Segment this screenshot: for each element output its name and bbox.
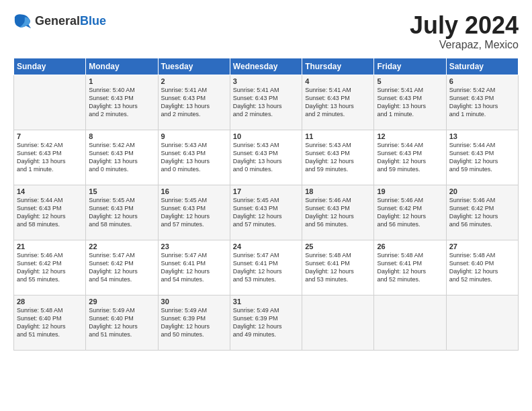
header: GeneralBlue July 2024 Verapaz, Mexico <box>13 12 519 51</box>
day-number: 2 <box>161 77 227 85</box>
calendar-cell: 10Sunrise: 5:43 AM Sunset: 6:43 PM Dayli… <box>230 130 302 185</box>
logo-blue: Blue <box>80 15 106 28</box>
calendar-cell: 17Sunrise: 5:45 AM Sunset: 6:43 PM Dayli… <box>230 185 302 240</box>
calendar-cell: 20Sunrise: 5:46 AM Sunset: 6:42 PM Dayli… <box>446 185 518 240</box>
day-number: 24 <box>233 242 299 250</box>
cell-info: Sunrise: 5:41 AM Sunset: 6:43 PM Dayligh… <box>305 86 371 119</box>
day-number: 31 <box>233 298 299 306</box>
calendar-cell: 23Sunrise: 5:47 AM Sunset: 6:41 PM Dayli… <box>158 240 230 295</box>
cell-info: Sunrise: 5:46 AM Sunset: 6:43 PM Dayligh… <box>305 196 371 229</box>
day-number: 7 <box>17 132 83 140</box>
logo-text: GeneralBlue <box>35 15 106 28</box>
cell-info: Sunrise: 5:47 AM Sunset: 6:41 PM Dayligh… <box>161 251 227 284</box>
calendar-week-1: 1Sunrise: 5:40 AM Sunset: 6:43 PM Daylig… <box>14 75 519 130</box>
calendar-cell: 24Sunrise: 5:47 AM Sunset: 6:41 PM Dayli… <box>230 240 302 295</box>
calendar-cell: 18Sunrise: 5:46 AM Sunset: 6:43 PM Dayli… <box>302 185 374 240</box>
cell-info: Sunrise: 5:42 AM Sunset: 6:43 PM Dayligh… <box>449 86 515 119</box>
cell-info: Sunrise: 5:40 AM Sunset: 6:43 PM Dayligh… <box>89 86 154 119</box>
cell-info: Sunrise: 5:46 AM Sunset: 6:42 PM Dayligh… <box>449 196 515 229</box>
page: GeneralBlue July 2024 Verapaz, Mexico Su… <box>0 0 532 411</box>
day-number: 26 <box>377 242 443 250</box>
cell-info: Sunrise: 5:42 AM Sunset: 6:43 PM Dayligh… <box>89 141 154 174</box>
calendar-cell: 26Sunrise: 5:48 AM Sunset: 6:41 PM Dayli… <box>374 240 446 295</box>
calendar-cell: 31Sunrise: 5:49 AM Sunset: 6:39 PM Dayli… <box>230 295 302 350</box>
calendar-cell: 15Sunrise: 5:45 AM Sunset: 6:43 PM Dayli… <box>86 185 158 240</box>
title-block: July 2024 Verapaz, Mexico <box>410 12 519 51</box>
calendar-cell: 11Sunrise: 5:43 AM Sunset: 6:43 PM Dayli… <box>302 130 374 185</box>
cell-info: Sunrise: 5:49 AM Sunset: 6:39 PM Dayligh… <box>161 306 227 339</box>
logo: GeneralBlue <box>13 12 106 31</box>
cell-info: Sunrise: 5:45 AM Sunset: 6:43 PM Dayligh… <box>89 196 154 229</box>
cell-info: Sunrise: 5:41 AM Sunset: 6:43 PM Dayligh… <box>377 86 443 119</box>
cell-info: Sunrise: 5:49 AM Sunset: 6:39 PM Dayligh… <box>233 306 299 339</box>
calendar-cell: 14Sunrise: 5:44 AM Sunset: 6:43 PM Dayli… <box>14 185 86 240</box>
day-number: 3 <box>233 77 299 85</box>
header-monday: Monday <box>86 58 158 75</box>
cell-info: Sunrise: 5:49 AM Sunset: 6:40 PM Dayligh… <box>89 306 154 339</box>
day-number: 13 <box>449 132 515 140</box>
calendar-cell: 6Sunrise: 5:42 AM Sunset: 6:43 PM Daylig… <box>446 75 518 130</box>
cell-info: Sunrise: 5:45 AM Sunset: 6:43 PM Dayligh… <box>233 196 299 229</box>
cell-info: Sunrise: 5:45 AM Sunset: 6:43 PM Dayligh… <box>161 196 227 229</box>
cell-info: Sunrise: 5:46 AM Sunset: 6:42 PM Dayligh… <box>377 196 443 229</box>
day-number: 21 <box>17 242 83 250</box>
cell-info: Sunrise: 5:48 AM Sunset: 6:41 PM Dayligh… <box>305 251 371 284</box>
day-number: 19 <box>377 187 443 195</box>
calendar-cell: 28Sunrise: 5:48 AM Sunset: 6:40 PM Dayli… <box>14 295 86 350</box>
cell-info: Sunrise: 5:44 AM Sunset: 6:43 PM Dayligh… <box>449 141 515 174</box>
cell-info: Sunrise: 5:43 AM Sunset: 6:43 PM Dayligh… <box>305 141 371 174</box>
logo-icon <box>13 12 32 31</box>
day-number: 29 <box>89 298 154 306</box>
calendar-cell: 19Sunrise: 5:46 AM Sunset: 6:42 PM Dayli… <box>374 185 446 240</box>
day-number: 18 <box>305 187 371 195</box>
calendar-table: Sunday Monday Tuesday Wednesday Thursday… <box>13 58 519 351</box>
calendar-week-2: 7Sunrise: 5:42 AM Sunset: 6:43 PM Daylig… <box>14 130 519 185</box>
day-number: 28 <box>17 298 83 306</box>
day-number: 1 <box>89 77 154 85</box>
cell-info: Sunrise: 5:47 AM Sunset: 6:41 PM Dayligh… <box>233 251 299 284</box>
cell-info: Sunrise: 5:48 AM Sunset: 6:41 PM Dayligh… <box>377 251 443 284</box>
calendar-cell: 1Sunrise: 5:40 AM Sunset: 6:43 PM Daylig… <box>86 75 158 130</box>
cell-info: Sunrise: 5:43 AM Sunset: 6:43 PM Dayligh… <box>161 141 227 174</box>
logo-general: General <box>35 15 80 28</box>
calendar-week-3: 14Sunrise: 5:44 AM Sunset: 6:43 PM Dayli… <box>14 185 519 240</box>
cell-info: Sunrise: 5:44 AM Sunset: 6:43 PM Dayligh… <box>17 196 83 229</box>
calendar-week-4: 21Sunrise: 5:46 AM Sunset: 6:42 PM Dayli… <box>14 240 519 295</box>
calendar-week-5: 28Sunrise: 5:48 AM Sunset: 6:40 PM Dayli… <box>14 295 519 350</box>
cell-info: Sunrise: 5:48 AM Sunset: 6:40 PM Dayligh… <box>17 306 83 339</box>
cell-info: Sunrise: 5:42 AM Sunset: 6:43 PM Dayligh… <box>17 141 83 174</box>
calendar-cell: 12Sunrise: 5:44 AM Sunset: 6:43 PM Dayli… <box>374 130 446 185</box>
day-number: 9 <box>161 132 227 140</box>
cell-info: Sunrise: 5:48 AM Sunset: 6:40 PM Dayligh… <box>449 251 515 284</box>
calendar-cell <box>446 295 518 350</box>
title-month: July 2024 <box>410 12 519 39</box>
calendar-cell <box>14 75 86 130</box>
calendar-cell: 16Sunrise: 5:45 AM Sunset: 6:43 PM Dayli… <box>158 185 230 240</box>
day-number: 16 <box>161 187 227 195</box>
header-tuesday: Tuesday <box>158 58 230 75</box>
cell-info: Sunrise: 5:46 AM Sunset: 6:42 PM Dayligh… <box>17 251 83 284</box>
calendar-cell: 25Sunrise: 5:48 AM Sunset: 6:41 PM Dayli… <box>302 240 374 295</box>
cell-info: Sunrise: 5:41 AM Sunset: 6:43 PM Dayligh… <box>233 86 299 119</box>
cell-info: Sunrise: 5:43 AM Sunset: 6:43 PM Dayligh… <box>233 141 299 174</box>
day-number: 20 <box>449 187 515 195</box>
calendar-cell: 4Sunrise: 5:41 AM Sunset: 6:43 PM Daylig… <box>302 75 374 130</box>
calendar-cell: 2Sunrise: 5:41 AM Sunset: 6:43 PM Daylig… <box>158 75 230 130</box>
day-number: 25 <box>305 242 371 250</box>
day-number: 17 <box>233 187 299 195</box>
day-number: 22 <box>89 242 154 250</box>
day-number: 14 <box>17 187 83 195</box>
header-wednesday: Wednesday <box>230 58 302 75</box>
day-number: 4 <box>305 77 371 85</box>
header-saturday: Saturday <box>446 58 518 75</box>
header-sunday: Sunday <box>14 58 86 75</box>
calendar-cell: 7Sunrise: 5:42 AM Sunset: 6:43 PM Daylig… <box>14 130 86 185</box>
day-number: 23 <box>161 242 227 250</box>
day-number: 30 <box>161 298 227 306</box>
header-thursday: Thursday <box>302 58 374 75</box>
calendar-cell <box>302 295 374 350</box>
calendar-cell: 29Sunrise: 5:49 AM Sunset: 6:40 PM Dayli… <box>86 295 158 350</box>
calendar-cell: 3Sunrise: 5:41 AM Sunset: 6:43 PM Daylig… <box>230 75 302 130</box>
title-location: Verapaz, Mexico <box>410 39 519 51</box>
calendar-cell: 5Sunrise: 5:41 AM Sunset: 6:43 PM Daylig… <box>374 75 446 130</box>
